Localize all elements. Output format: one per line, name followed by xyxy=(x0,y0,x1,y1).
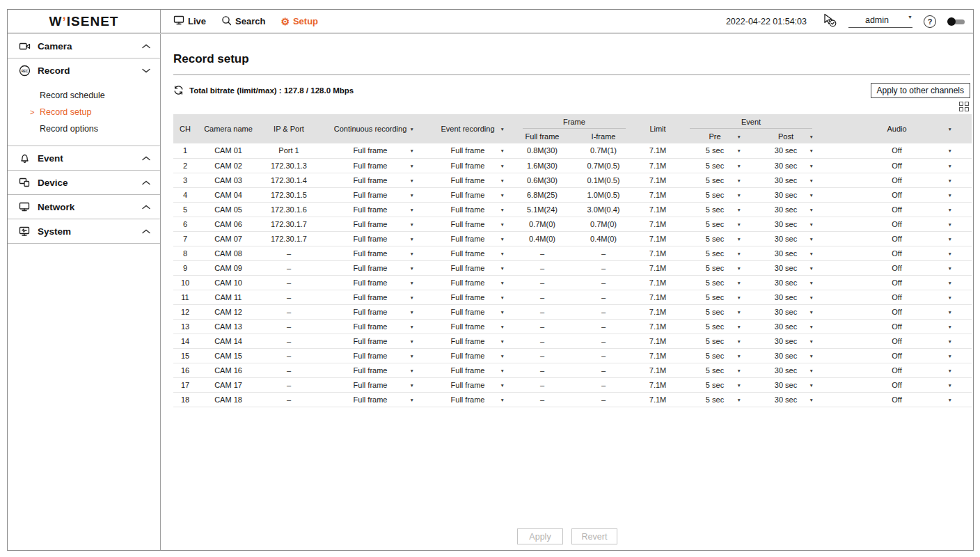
sidebar-item-event[interactable]: Event xyxy=(8,146,160,171)
help-icon[interactable]: ? xyxy=(924,15,936,28)
event-dropdown[interactable]: Full frame▼ xyxy=(422,304,513,319)
continuous-dropdown[interactable]: Full frame▼ xyxy=(318,231,422,246)
pre-dropdown[interactable]: 5 sec▼ xyxy=(680,319,750,334)
post-dropdown[interactable]: 30 sec▼ xyxy=(750,392,822,407)
event-dropdown[interactable]: Full frame▼ xyxy=(422,290,513,304)
col-pre[interactable]: Pre ▼ xyxy=(680,129,750,143)
audio-dropdown[interactable]: Off▼ xyxy=(822,158,972,173)
revert-button[interactable]: Revert xyxy=(571,528,617,544)
sidebar-item-record-options[interactable]: Record options xyxy=(40,120,160,137)
cursor-check-icon[interactable] xyxy=(822,13,837,30)
sidebar-item-record-schedule[interactable]: Record schedule xyxy=(40,87,160,104)
pre-dropdown[interactable]: 5 sec▼ xyxy=(680,260,750,275)
post-dropdown[interactable]: 30 sec▼ xyxy=(750,202,822,217)
apply-to-other-channels-button[interactable]: Apply to other channels xyxy=(871,83,970,98)
continuous-dropdown[interactable]: Full frame▼ xyxy=(318,319,422,334)
post-dropdown[interactable]: 30 sec▼ xyxy=(750,231,822,246)
continuous-dropdown[interactable]: Full frame▼ xyxy=(318,143,422,158)
post-dropdown[interactable]: 30 sec▼ xyxy=(750,158,822,173)
event-dropdown[interactable]: Full frame▼ xyxy=(422,187,513,202)
event-dropdown[interactable]: Full frame▼ xyxy=(422,377,513,392)
event-dropdown[interactable]: Full frame▼ xyxy=(422,392,513,407)
event-dropdown[interactable]: Full frame▼ xyxy=(422,363,513,377)
pre-dropdown[interactable]: 5 sec▼ xyxy=(680,158,750,173)
continuous-dropdown[interactable]: Full frame▼ xyxy=(318,334,422,348)
channel-grid-icon[interactable] xyxy=(959,102,969,111)
event-dropdown[interactable]: Full frame▼ xyxy=(422,231,513,246)
col-event-recording[interactable]: Event recording ▼ xyxy=(422,114,513,143)
post-dropdown[interactable]: 30 sec▼ xyxy=(750,143,822,158)
event-dropdown[interactable]: Full frame▼ xyxy=(422,334,513,348)
audio-dropdown[interactable]: Off▼ xyxy=(822,290,972,304)
pre-dropdown[interactable]: 5 sec▼ xyxy=(680,392,750,407)
sidebar-item-system[interactable]: System xyxy=(8,219,160,244)
event-dropdown[interactable]: Full frame▼ xyxy=(422,246,513,260)
pre-dropdown[interactable]: 5 sec▼ xyxy=(680,363,750,377)
audio-dropdown[interactable]: Off▼ xyxy=(822,231,972,246)
continuous-dropdown[interactable]: Full frame▼ xyxy=(318,173,422,187)
event-dropdown[interactable]: Full frame▼ xyxy=(422,319,513,334)
event-dropdown[interactable]: Full frame▼ xyxy=(422,202,513,217)
pre-dropdown[interactable]: 5 sec▼ xyxy=(680,304,750,319)
pre-dropdown[interactable]: 5 sec▼ xyxy=(680,377,750,392)
pre-dropdown[interactable]: 5 sec▼ xyxy=(680,275,750,290)
audio-dropdown[interactable]: Off▼ xyxy=(822,334,972,348)
col-audio[interactable]: Audio ▼ xyxy=(822,114,972,143)
audio-dropdown[interactable]: Off▼ xyxy=(822,246,972,260)
pre-dropdown[interactable]: 5 sec▼ xyxy=(680,173,750,187)
pre-dropdown[interactable]: 5 sec▼ xyxy=(680,202,750,217)
event-dropdown[interactable]: Full frame▼ xyxy=(422,348,513,363)
audio-dropdown[interactable]: Off▼ xyxy=(822,377,972,392)
audio-dropdown[interactable]: Off▼ xyxy=(822,275,972,290)
post-dropdown[interactable]: 30 sec▼ xyxy=(750,275,822,290)
pre-dropdown[interactable]: 5 sec▼ xyxy=(680,231,750,246)
event-dropdown[interactable]: Full frame▼ xyxy=(422,260,513,275)
post-dropdown[interactable]: 30 sec▼ xyxy=(750,217,822,231)
continuous-dropdown[interactable]: Full frame▼ xyxy=(318,260,422,275)
sidebar-item-device[interactable]: Device xyxy=(8,171,160,195)
post-dropdown[interactable]: 30 sec▼ xyxy=(750,334,822,348)
event-dropdown[interactable]: Full frame▼ xyxy=(422,143,513,158)
audio-dropdown[interactable]: Off▼ xyxy=(822,348,972,363)
continuous-dropdown[interactable]: Full frame▼ xyxy=(318,202,422,217)
continuous-dropdown[interactable]: Full frame▼ xyxy=(318,246,422,260)
nav-live[interactable]: Live xyxy=(173,15,206,27)
audio-dropdown[interactable]: Off▼ xyxy=(822,319,972,334)
pre-dropdown[interactable]: 5 sec▼ xyxy=(680,334,750,348)
sidebar-item-record-setup[interactable]: > Record setup xyxy=(40,104,160,120)
post-dropdown[interactable]: 30 sec▼ xyxy=(750,187,822,202)
continuous-dropdown[interactable]: Full frame▼ xyxy=(318,304,422,319)
pre-dropdown[interactable]: 5 sec▼ xyxy=(680,246,750,260)
col-continuous-recording[interactable]: Continuous recording ▼ xyxy=(318,114,422,143)
post-dropdown[interactable]: 30 sec▼ xyxy=(750,260,822,275)
continuous-dropdown[interactable]: Full frame▼ xyxy=(318,363,422,377)
audio-dropdown[interactable]: Off▼ xyxy=(822,187,972,202)
sidebar-item-network[interactable]: Network xyxy=(8,195,160,219)
event-dropdown[interactable]: Full frame▼ xyxy=(422,217,513,231)
power-toggle-icon[interactable] xyxy=(947,17,965,26)
post-dropdown[interactable]: 30 sec▼ xyxy=(750,363,822,377)
event-dropdown[interactable]: Full frame▼ xyxy=(422,275,513,290)
post-dropdown[interactable]: 30 sec▼ xyxy=(750,348,822,363)
nav-search[interactable]: Search xyxy=(221,15,265,28)
audio-dropdown[interactable]: Off▼ xyxy=(822,143,972,158)
user-dropdown[interactable]: admin ▼ xyxy=(848,15,912,28)
pre-dropdown[interactable]: 5 sec▼ xyxy=(680,290,750,304)
pre-dropdown[interactable]: 5 sec▼ xyxy=(680,217,750,231)
col-post[interactable]: Post ▼ xyxy=(750,129,822,143)
post-dropdown[interactable]: 30 sec▼ xyxy=(750,319,822,334)
nav-setup[interactable]: ⚙ Setup xyxy=(280,16,318,26)
refresh-icon[interactable] xyxy=(173,85,184,97)
continuous-dropdown[interactable]: Full frame▼ xyxy=(318,217,422,231)
audio-dropdown[interactable]: Off▼ xyxy=(822,304,972,319)
continuous-dropdown[interactable]: Full frame▼ xyxy=(318,275,422,290)
post-dropdown[interactable]: 30 sec▼ xyxy=(750,173,822,187)
audio-dropdown[interactable]: Off▼ xyxy=(822,173,972,187)
audio-dropdown[interactable]: Off▼ xyxy=(822,260,972,275)
continuous-dropdown[interactable]: Full frame▼ xyxy=(318,377,422,392)
event-dropdown[interactable]: Full frame▼ xyxy=(422,173,513,187)
continuous-dropdown[interactable]: Full frame▼ xyxy=(318,348,422,363)
continuous-dropdown[interactable]: Full frame▼ xyxy=(318,392,422,407)
apply-button[interactable]: Apply xyxy=(517,528,563,544)
audio-dropdown[interactable]: Off▼ xyxy=(822,202,972,217)
